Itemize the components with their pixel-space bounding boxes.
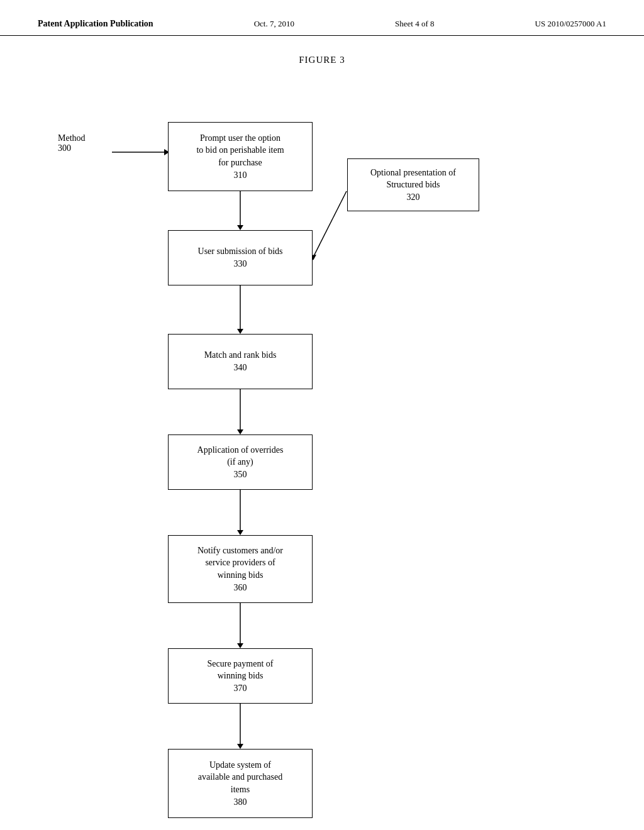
diagram-area: Method 300 Prompt user the optionto bid …: [52, 84, 592, 801]
publication-date: Oct. 7, 2010: [254, 19, 294, 29]
publication-title: Patent Application Publication: [38, 19, 153, 29]
box-330-text: User submission of bids330: [198, 245, 283, 270]
method-label: Method 300: [58, 133, 86, 153]
box-310-text: Prompt user the optionto bid on perishab…: [196, 132, 284, 181]
box-360: Notify customers and/orservice providers…: [168, 535, 313, 603]
box-320: Optional presentation ofStructured bids3…: [347, 158, 479, 211]
patent-number: US 2010/0257000 A1: [535, 19, 606, 29]
figure-title: FIGURE 3: [0, 55, 644, 65]
box-360-text: Notify customers and/orservice providers…: [197, 545, 283, 594]
box-380: Update system ofavailable and purchasedi…: [168, 749, 313, 818]
svg-marker-7: [237, 530, 243, 535]
svg-marker-9: [237, 643, 243, 648]
box-340-text: Match and rank bids340: [204, 349, 277, 374]
box-350-text: Application of overrides(if any)350: [197, 444, 284, 481]
box-370: Secure payment ofwinning bids370: [168, 648, 313, 704]
svg-marker-1: [237, 225, 243, 230]
svg-marker-3: [237, 329, 243, 334]
arrows-svg: [52, 84, 592, 801]
sheet-info: Sheet 4 of 8: [395, 19, 434, 29]
page-header: Patent Application Publication Oct. 7, 2…: [0, 0, 644, 36]
method-number: 300: [58, 143, 86, 153]
box-380-text: Update system ofavailable and purchasedi…: [198, 759, 283, 808]
box-310: Prompt user the optionto bid on perishab…: [168, 122, 313, 191]
box-350: Application of overrides(if any)350: [168, 434, 313, 490]
method-text: Method: [58, 133, 86, 143]
box-370-text: Secure payment ofwinning bids370: [208, 658, 274, 695]
svg-line-12: [313, 191, 347, 257]
svg-marker-5: [237, 429, 243, 434]
box-320-text: Optional presentation ofStructured bids3…: [370, 167, 456, 204]
box-330: User submission of bids330: [168, 230, 313, 285]
box-340: Match and rank bids340: [168, 334, 313, 389]
svg-marker-11: [237, 744, 243, 749]
